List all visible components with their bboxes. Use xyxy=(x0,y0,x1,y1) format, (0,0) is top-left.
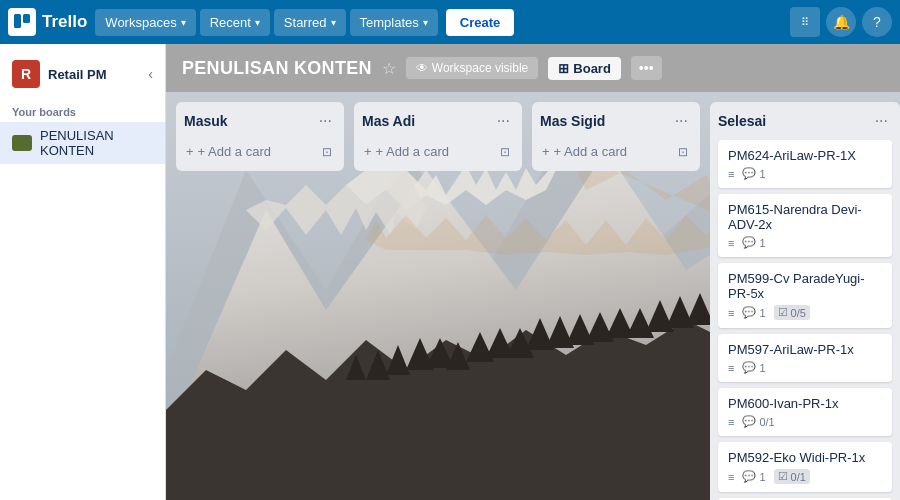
comment-icon: 💬 xyxy=(742,306,756,319)
eye-icon: 👁 xyxy=(416,61,428,75)
templates-menu[interactable]: Templates ▾ xyxy=(350,9,438,36)
workspace-avatar: R xyxy=(12,60,40,88)
task-card[interactable]: PM624-AriLaw-PR-1X≡💬 1 xyxy=(718,140,892,188)
list-header: Selesai ··· xyxy=(718,110,892,132)
list-title: Mas Adi xyxy=(362,113,493,129)
add-card-button[interactable]: + + Add a card xyxy=(362,140,496,163)
board-header: PENULISAN KONTEN ☆ 👁 Workspace visible ⊞… xyxy=(166,44,900,92)
task-meta: ≡💬 1 xyxy=(728,167,882,180)
checklist-icon: ☑ xyxy=(778,306,788,319)
task-card[interactable]: PM600-Ivan-PR-1x≡💬 0/1 xyxy=(718,388,892,436)
chevron-down-icon: ▾ xyxy=(255,17,260,28)
task-title: PM597-AriLaw-PR-1x xyxy=(728,342,882,357)
workspaces-menu[interactable]: Workspaces ▾ xyxy=(95,9,195,36)
board-container: R Retail PM ‹ Your boards PENULISAN KONT… xyxy=(0,44,900,500)
task-card[interactable]: PM597-AriLaw-PR-1x≡💬 1 xyxy=(718,334,892,382)
description-icon: ≡ xyxy=(728,362,734,374)
nav-right-actions: ⠿ 🔔 ? xyxy=(790,7,892,37)
add-card-button[interactable]: + + Add a card xyxy=(540,140,674,163)
trello-logo[interactable]: Trello xyxy=(8,8,87,36)
comment-icon: 💬 xyxy=(742,167,756,180)
description-icon: ≡ xyxy=(728,237,734,249)
list-selesai: Selesai ··· PM624-AriLaw-PR-1X≡💬 1PM615-… xyxy=(710,102,900,500)
add-card-button[interactable]: + + Add a card xyxy=(184,140,318,163)
sidebar-board-item[interactable]: PENULISAN KONTEN xyxy=(0,122,165,164)
board-title: PENULISAN KONTEN xyxy=(182,58,372,79)
task-card[interactable]: PM599-Cv ParadeYugi-PR-5x≡💬 1☑ 0/5 xyxy=(718,263,892,328)
task-meta: ≡💬 0/1 xyxy=(728,415,882,428)
archive-icon[interactable]: ⊡ xyxy=(318,141,336,163)
trello-wordmark: Trello xyxy=(42,12,87,32)
sidebar: R Retail PM ‹ Your boards PENULISAN KONT… xyxy=(0,44,166,500)
list-menu-button[interactable]: ··· xyxy=(315,110,336,132)
chevron-down-icon: ▾ xyxy=(181,17,186,28)
board-more-button[interactable]: ••• xyxy=(631,56,662,80)
create-button[interactable]: Create xyxy=(446,9,514,36)
list-menu-button[interactable]: ··· xyxy=(671,110,692,132)
description-icon: ≡ xyxy=(728,168,734,180)
help-icon[interactable]: ? xyxy=(862,7,892,37)
task-title: PM600-Ivan-PR-1x xyxy=(728,396,882,411)
workspace-header[interactable]: R Retail PM ‹ xyxy=(0,54,165,94)
board-main: PENULISAN KONTEN ☆ 👁 Workspace visible ⊞… xyxy=(166,44,900,500)
list-masuk: Masuk ··· + + Add a card ⊡ xyxy=(176,102,344,171)
top-navigation: Trello Workspaces ▾ Recent ▾ Starred ▾ T… xyxy=(0,0,900,44)
star-icon[interactable]: ☆ xyxy=(382,59,396,78)
comment-icon: 💬 xyxy=(742,415,756,428)
board-background: Masuk ··· + + Add a card ⊡ Mas Adi xyxy=(166,92,900,500)
task-title: PM599-Cv ParadeYugi-PR-5x xyxy=(728,271,882,301)
list-header: Mas Adi ··· xyxy=(362,110,514,132)
apps-icon[interactable]: ⠿ xyxy=(790,7,820,37)
boards-section-title: Your boards xyxy=(0,94,165,122)
list-menu-button[interactable]: ··· xyxy=(493,110,514,132)
selesai-cards-container: PM624-AriLaw-PR-1X≡💬 1PM615-Narendra Dev… xyxy=(718,140,892,500)
list-header: Mas Sigid ··· xyxy=(540,110,692,132)
recent-menu[interactable]: Recent ▾ xyxy=(200,9,270,36)
list-mas-adi: Mas Adi ··· + + Add a card ⊡ xyxy=(354,102,522,171)
lists-container: Masuk ··· + + Add a card ⊡ Mas Adi xyxy=(176,102,900,500)
trello-icon xyxy=(8,8,36,36)
checklist-icon: ☑ xyxy=(778,470,788,483)
task-title: PM615-Narendra Devi-ADV-2x xyxy=(728,202,882,232)
sidebar-collapse-icon[interactable]: ‹ xyxy=(148,66,153,82)
task-card[interactable]: PM615-Narendra Devi-ADV-2x≡💬 1 xyxy=(718,194,892,257)
list-title: Masuk xyxy=(184,113,315,129)
list-header: Masuk ··· xyxy=(184,110,336,132)
plus-icon: + xyxy=(542,144,550,159)
comment-count: 💬 1 xyxy=(742,167,765,180)
task-title: PM592-Eko Widi-PR-1x xyxy=(728,450,882,465)
board-icon: ⊞ xyxy=(558,61,569,76)
workspace-visibility-button[interactable]: 👁 Workspace visible xyxy=(406,57,538,79)
task-card[interactable]: PM592-Eko Widi-PR-1x≡💬 1☑ 0/1 xyxy=(718,442,892,492)
sidebar-board-name: PENULISAN KONTEN xyxy=(40,128,153,158)
list-mas-sigid: Mas Sigid ··· + + Add a card ⊡ xyxy=(532,102,700,171)
plus-icon: + xyxy=(186,144,194,159)
comment-icon: 💬 xyxy=(742,236,756,249)
task-meta: ≡💬 1☑ 0/5 xyxy=(728,305,882,320)
comment-icon: 💬 xyxy=(742,470,756,483)
comment-count: 💬 1 xyxy=(742,361,765,374)
checklist-count: ☑ 0/5 xyxy=(774,305,810,320)
description-icon: ≡ xyxy=(728,307,734,319)
task-title: PM624-AriLaw-PR-1X xyxy=(728,148,882,163)
list-title: Selesai xyxy=(718,113,871,129)
board-thumbnail xyxy=(12,135,32,151)
plus-icon: + xyxy=(364,144,372,159)
starred-menu[interactable]: Starred ▾ xyxy=(274,9,346,36)
comment-icon: 💬 xyxy=(742,361,756,374)
description-icon: ≡ xyxy=(728,471,734,483)
archive-icon[interactable]: ⊡ xyxy=(496,141,514,163)
workspace-name: Retail PM xyxy=(48,67,140,82)
svg-rect-0 xyxy=(14,14,21,28)
task-meta: ≡💬 1 xyxy=(728,236,882,249)
comment-count: 💬 1 xyxy=(742,306,765,319)
notifications-icon[interactable]: 🔔 xyxy=(826,7,856,37)
list-menu-button[interactable]: ··· xyxy=(871,110,892,132)
svg-rect-1 xyxy=(23,14,30,23)
board-view-button[interactable]: ⊞ Board xyxy=(548,57,621,80)
description-icon: ≡ xyxy=(728,416,734,428)
chevron-down-icon: ▾ xyxy=(331,17,336,28)
list-title: Mas Sigid xyxy=(540,113,671,129)
archive-icon[interactable]: ⊡ xyxy=(674,141,692,163)
comment-count: 💬 0/1 xyxy=(742,415,774,428)
